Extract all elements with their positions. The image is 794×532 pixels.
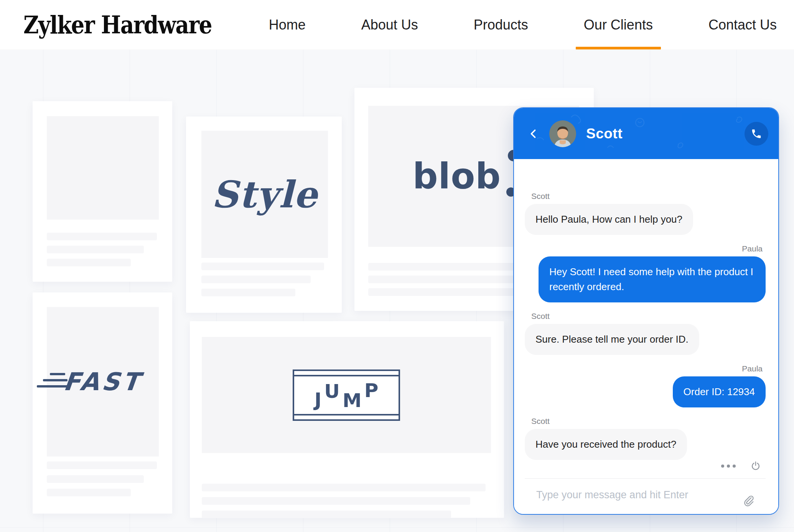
background-row-line	[0, 527, 794, 528]
message-group: Paula Order ID: 12934	[525, 364, 766, 407]
client-card-empty	[33, 101, 172, 282]
message-sender: Paula	[742, 364, 763, 373]
style-logo: Style	[212, 173, 318, 216]
paperclip-icon	[742, 495, 755, 508]
top-navigation-bar: Zylker Hardware Home About Us Products O…	[0, 0, 794, 50]
message-sender: Paula	[742, 244, 763, 253]
chat-conversation: Scott Hello Paula, How can I help you? P…	[514, 159, 778, 514]
jump-logo-image: JUMP	[202, 337, 491, 453]
text-placeholder-line	[201, 289, 295, 296]
chat-bubble-agent: Have you received the product?	[525, 429, 687, 460]
chat-options-row	[525, 460, 766, 478]
nav-item-about-us[interactable]: About Us	[361, 0, 418, 49]
blob-logo-text: blob	[413, 156, 501, 197]
text-placeholder-line	[47, 246, 144, 253]
more-options-button[interactable]	[719, 462, 738, 470]
text-placeholder-line	[47, 233, 157, 240]
chat-header: Scott	[514, 108, 778, 159]
chat-bubble-agent: Hello Paula, How can I help you?	[525, 204, 693, 235]
nav-item-products[interactable]: Products	[474, 0, 528, 49]
back-button[interactable]	[525, 125, 542, 142]
style-logo-image: Style	[201, 131, 328, 258]
message-sender: Scott	[531, 312, 550, 321]
text-placeholder-line	[202, 484, 486, 491]
nav-item-our-clients[interactable]: Our Clients	[584, 0, 653, 49]
fast-logo: FAST	[64, 368, 142, 396]
more-options-icon	[733, 465, 736, 468]
more-options-icon	[727, 465, 730, 468]
text-placeholder-line	[201, 276, 311, 283]
text-placeholder-line	[202, 497, 470, 505]
message-group: Paula Hey Scott! I need some help with t…	[525, 244, 766, 302]
brand-logo[interactable]: Zylker Hardware	[23, 10, 212, 39]
text-placeholder-line	[47, 259, 131, 266]
main-nav: Home About Us Products Our Clients Conta…	[269, 0, 777, 49]
message-group: Scott Sure. Please tell me your order ID…	[525, 312, 766, 355]
agent-avatar	[549, 120, 576, 147]
text-placeholder-line	[201, 263, 324, 270]
logo-image-placeholder	[47, 116, 159, 220]
client-card-style: Style	[186, 117, 342, 313]
message-sender: Scott	[531, 417, 550, 426]
speed-line	[50, 373, 65, 375]
end-chat-button[interactable]	[750, 460, 762, 472]
text-placeholder-line	[47, 461, 157, 469]
fast-logo-image: FAST	[47, 307, 159, 456]
chat-widget: Scott Scott Hello Paula, How can I help …	[513, 107, 779, 515]
chat-bubble-agent: Sure. Please tell me your order ID.	[525, 324, 699, 355]
back-chevron-icon	[528, 128, 540, 140]
attach-file-button[interactable]	[742, 495, 755, 508]
chat-bubble-visitor: Order ID: 12934	[673, 376, 766, 407]
nav-item-contact-us[interactable]: Contact Us	[708, 0, 777, 49]
nav-item-home[interactable]: Home	[269, 0, 306, 49]
message-group: Scott Hello Paula, How can I help you?	[525, 192, 766, 235]
text-placeholder-line	[47, 475, 144, 483]
text-placeholder-line	[47, 489, 131, 496]
message-sender: Scott	[531, 192, 550, 201]
phone-icon	[751, 128, 762, 140]
call-button[interactable]	[745, 122, 768, 146]
jump-logo: JUMP	[293, 369, 400, 421]
chat-bubble-visitor: Hey Scott! I need some help with the pro…	[539, 256, 766, 302]
fast-logo-text: FAST	[62, 368, 143, 396]
chat-agent-name: Scott	[586, 126, 623, 142]
message-group: Scott Have you received the product?	[525, 417, 766, 460]
message-input[interactable]	[536, 486, 736, 503]
jump-logo-letters: JUMP	[315, 384, 379, 406]
more-options-icon	[721, 465, 724, 468]
page: Zylker Hardware Home About Us Products O…	[0, 0, 794, 532]
power-icon	[750, 461, 761, 471]
chat-input-area	[525, 478, 766, 514]
client-card-fast: FAST	[33, 292, 172, 514]
client-card-jump: JUMP	[190, 321, 504, 518]
text-placeholder-line	[202, 511, 451, 518]
